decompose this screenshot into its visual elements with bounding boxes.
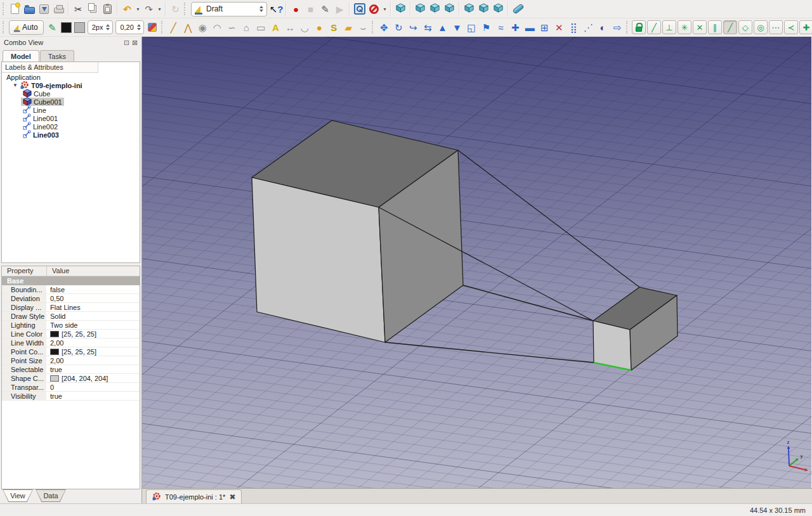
property-group-row[interactable]: Base (2, 276, 140, 285)
small-box-face-left[interactable] (593, 321, 631, 370)
draft-offset-button[interactable]: ↪ (406, 20, 421, 35)
whats-this-button[interactable]: ↖? (269, 1, 284, 16)
save-button[interactable] (37, 1, 51, 16)
draft-mirror-button[interactable]: ◐ (596, 20, 610, 35)
snap-lock-button[interactable] (632, 20, 646, 34)
toolbar-handle[interactable] (161, 21, 164, 34)
cut-button[interactable]: ✂ (71, 1, 86, 16)
property-row[interactable]: Boundin...false (2, 285, 140, 294)
macro-edit-button[interactable]: ✎ (318, 1, 332, 16)
toolbar-handle[interactable] (184, 3, 187, 15)
snap-perpendicular-button[interactable]: ⊥ (662, 20, 676, 34)
property-row[interactable]: Transpar...0 (2, 383, 140, 392)
workbench-selector-arrows[interactable] (259, 6, 263, 12)
draft-trimex-button[interactable]: ⇆ (421, 20, 435, 35)
draft-path-array-button[interactable]: ⋰ (581, 20, 596, 35)
workingplane-auto-button[interactable]: Auto (9, 20, 44, 35)
draft-rectangle-button[interactable]: ▭ (254, 20, 268, 35)
copy-button[interactable] (86, 1, 100, 16)
tab-model[interactable]: Model (3, 50, 39, 61)
view-right-button[interactable] (442, 1, 457, 16)
scale-spin-arrows[interactable] (137, 24, 141, 30)
property-row[interactable]: Point Co...[25, 25, 25] (2, 347, 140, 356)
property-row[interactable]: Display ...Flat Lines (2, 303, 140, 312)
undo-button[interactable]: ↶ (120, 1, 134, 16)
draft-point-button[interactable]: ● (312, 20, 327, 35)
draft-text-button[interactable]: A (268, 20, 283, 35)
refresh-button[interactable]: ↻ (168, 1, 183, 16)
redo-history-arrow[interactable]: ▾ (156, 1, 163, 16)
snap-parallel-button[interactable]: ∥ (708, 20, 722, 34)
draft-delete-point-button[interactable]: ▬ (523, 20, 537, 35)
draft-arctools-button[interactable]: ◡ (298, 20, 312, 35)
measure-distance-button[interactable] (511, 1, 525, 16)
snap-extension-button[interactable]: ⋯ (769, 20, 783, 34)
clip-plane-arrow[interactable]: ▾ (381, 1, 388, 16)
draft-bspline-button[interactable]: ∽ (225, 20, 239, 35)
property-row[interactable]: Line Color[25, 25, 25] (2, 330, 140, 339)
draft-upgrade-button[interactable]: ▲ (435, 20, 450, 35)
property-row[interactable]: LightingTwo side (2, 321, 140, 330)
face-color-swatch[interactable] (74, 22, 85, 33)
snap-center-button[interactable]: ◎ (754, 20, 768, 34)
draft-subelement-button[interactable]: ⚑ (479, 20, 494, 35)
expand-arrow-icon[interactable]: ▼ (13, 82, 18, 88)
paste-button[interactable] (100, 1, 115, 16)
view-front-button[interactable] (413, 1, 428, 16)
draft-downgrade-button[interactable]: ▼ (450, 20, 464, 35)
property-row[interactable]: Shape C...[204, 204, 204] (2, 374, 140, 383)
draft-facebinder-button[interactable]: ▰ (341, 20, 356, 35)
property-row[interactable]: Visibilitytrue (2, 392, 140, 401)
snap-ortho-button[interactable]: ✚ (799, 20, 812, 34)
view-bottom-button[interactable] (476, 1, 491, 16)
draft-wire-button[interactable]: ⋀ (181, 20, 195, 35)
dock-close-icon[interactable]: ⊠ (131, 39, 139, 47)
snap-intersection-button[interactable]: ✕ (693, 20, 707, 34)
dock-float-icon[interactable]: ⊡ (122, 39, 131, 47)
toolbar-handle[interactable] (626, 21, 629, 34)
3d-viewport[interactable]: zyx (142, 37, 811, 488)
redo-button[interactable]: ↷ (141, 1, 156, 16)
document-tab[interactable]: T09-ejemplo-ini : 1* ✖ (146, 489, 242, 503)
print-button[interactable] (51, 1, 66, 16)
draft-add-point-button[interactable]: ✚ (508, 20, 523, 35)
draft-rotate-button[interactable]: ↻ (391, 20, 406, 35)
macro-stop-button[interactable]: ■ (303, 1, 318, 16)
new-document-button[interactable] (8, 1, 22, 16)
snap-near-button[interactable]: ≺ (784, 20, 798, 34)
macro-play-button[interactable]: ▶ (332, 1, 347, 16)
view-top-button[interactable] (428, 1, 442, 16)
clip-plane-button[interactable] (367, 1, 381, 16)
property-row[interactable]: Point Size2,00 (2, 356, 140, 365)
draft-polygon-button[interactable]: ⌂ (239, 20, 254, 35)
snap-endpoint-button[interactable]: ╱ (647, 20, 661, 34)
toolbar-handle[interactable] (372, 21, 374, 34)
draft-line-button[interactable]: ╱ (166, 20, 181, 35)
draft-array-button[interactable]: ⣿ (566, 20, 581, 35)
toolbar-handle[interactable] (3, 3, 5, 15)
line-width-spin[interactable]: 2px (88, 20, 114, 34)
tree-item-line003[interactable]: Line003 (2, 131, 140, 139)
draft-scale-button[interactable]: ◱ (464, 20, 479, 35)
snap-angle-button[interactable]: ◇ (738, 20, 752, 34)
draft-shapestring-button[interactable]: S (327, 20, 341, 35)
property-row[interactable]: Selectabletrue (2, 365, 140, 374)
construction-mode-button[interactable]: ✎ (45, 20, 60, 35)
apply-style-button[interactable] (145, 20, 160, 35)
view-left-button[interactable] (491, 1, 506, 16)
view-rear-button[interactable] (462, 1, 476, 16)
draft-to-sketch-button[interactable]: ⊞ (537, 20, 552, 35)
line-width-spin-arrows[interactable] (106, 24, 110, 30)
draft-bezcurve-button[interactable]: ⌣ (356, 20, 370, 35)
draft-shape2dview-button[interactable]: ✕ (552, 20, 566, 35)
property-row[interactable]: Draw StyleSolid (2, 312, 140, 321)
document-tab-close-icon[interactable]: ✖ (229, 493, 235, 501)
snap-midpoint-button[interactable]: ╱ (723, 20, 737, 34)
scale-spin[interactable]: 0,20 (115, 20, 143, 34)
toolbar-handle[interactable] (3, 21, 5, 34)
macro-record-button[interactable]: ● (289, 1, 303, 16)
undo-history-arrow[interactable]: ▾ (134, 1, 141, 16)
tab-data[interactable]: Data (34, 489, 67, 502)
draft-move-button[interactable]: ✥ (377, 20, 391, 35)
line-color-swatch[interactable] (61, 22, 72, 33)
